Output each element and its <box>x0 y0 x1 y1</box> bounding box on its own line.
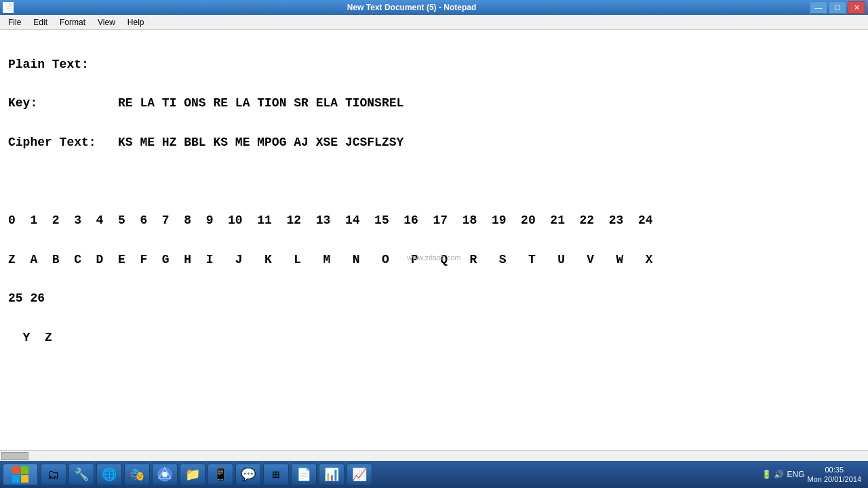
window-title: New Text Document (5) - Notepad <box>14 3 810 12</box>
svg-point-5 <box>162 472 167 477</box>
menu-edit[interactable]: Edit <box>28 16 53 28</box>
time-display: 00:35 <box>807 465 861 474</box>
language-indicator[interactable]: ENG <box>787 470 804 479</box>
battery-icon: 🔋 <box>762 470 772 480</box>
window-controls: — ☐ ✕ <box>810 1 865 14</box>
menu-file[interactable]: File <box>3 16 26 28</box>
taskbar-ppt-icon[interactable]: 📈 <box>347 464 372 485</box>
taskbar: 🗂 🔧 🌐 🎭 📁 📱 💬 ⊞ <box>0 461 868 488</box>
scroll-thumb[interactable] <box>1 452 28 460</box>
menu-format[interactable]: Format <box>54 16 91 28</box>
taskbar-right: 🔋 🔊 ENG 00:35 Mon 20/01/2014 <box>757 465 865 485</box>
maximize-button[interactable]: ☐ <box>829 1 846 14</box>
taskbar-tools-icon[interactable]: 🔧 <box>68 464 94 485</box>
minimize-button[interactable]: — <box>810 1 827 14</box>
taskbar-folder-icon[interactable]: 🗂 <box>41 464 66 485</box>
horizontal-scrollbar[interactable] <box>0 450 868 461</box>
menu-help[interactable]: Help <box>122 16 150 28</box>
taskbar-excel-icon[interactable]: 📊 <box>319 464 344 485</box>
taskbar-viber-icon[interactable]: 📱 <box>208 464 233 485</box>
taskbar-chrome-icon[interactable] <box>152 464 178 485</box>
start-button[interactable] <box>3 464 38 485</box>
taskbar-grid-icon[interactable]: ⊞ <box>263 464 289 485</box>
window-icon: 📄 <box>3 2 14 13</box>
notepad-content: Plain Text: Key: RE LA TI ONS RE LA TION… <box>8 35 860 450</box>
title-bar: 📄 New Text Document (5) - Notepad — ☐ ✕ <box>0 0 868 15</box>
svg-rect-3 <box>21 475 28 483</box>
taskbar-skype-icon[interactable]: 💬 <box>235 464 261 485</box>
svg-rect-0 <box>12 466 20 474</box>
watermark: www.zdsoft.com <box>407 253 460 262</box>
svg-rect-1 <box>21 466 28 474</box>
taskbar-globe-icon[interactable]: 🌐 <box>96 464 122 485</box>
numbers-25-26: 25 26 <box>8 291 45 305</box>
letters-yz: Y Z <box>8 331 52 344</box>
chrome-icon <box>157 467 172 482</box>
taskbar-media-icon[interactable]: 🎭 <box>124 464 150 485</box>
menu-view[interactable]: View <box>92 16 121 28</box>
taskbar-explorer-icon[interactable]: 📁 <box>180 464 205 485</box>
system-tray: 🔋 🔊 <box>762 470 784 480</box>
clock: 00:35 Mon 20/01/2014 <box>807 465 861 485</box>
content-area[interactable]: Plain Text: Key: RE LA TI ONS RE LA TION… <box>0 30 868 450</box>
cipher-text-line: Cipher Text: KS ME HZ BBL KS ME MPOG AJ … <box>8 136 403 149</box>
date-display: Mon 20/01/2014 <box>807 474 861 484</box>
close-button[interactable]: ✕ <box>848 1 865 14</box>
volume-icon: 🔊 <box>774 470 784 480</box>
taskbar-doc-icon[interactable]: 📄 <box>291 464 317 485</box>
taskbar-apps: 🗂 🔧 🌐 🎭 📁 📱 💬 ⊞ <box>41 464 755 485</box>
plain-text-label: Plain Text: <box>8 58 89 71</box>
windows-logo-icon <box>11 465 30 484</box>
menu-bar: File Edit Format View Help <box>0 15 868 30</box>
svg-rect-2 <box>12 475 20 483</box>
key-line: Key: RE LA TI ONS RE LA TION SR ELA TION… <box>8 96 403 110</box>
letters-row-1: Z A B C D E F G H I J K L M N O P Q R S … <box>8 253 653 266</box>
numbers-row-1: 0 1 2 3 4 5 6 7 8 9 10 11 12 13 14 15 16… <box>8 214 653 227</box>
